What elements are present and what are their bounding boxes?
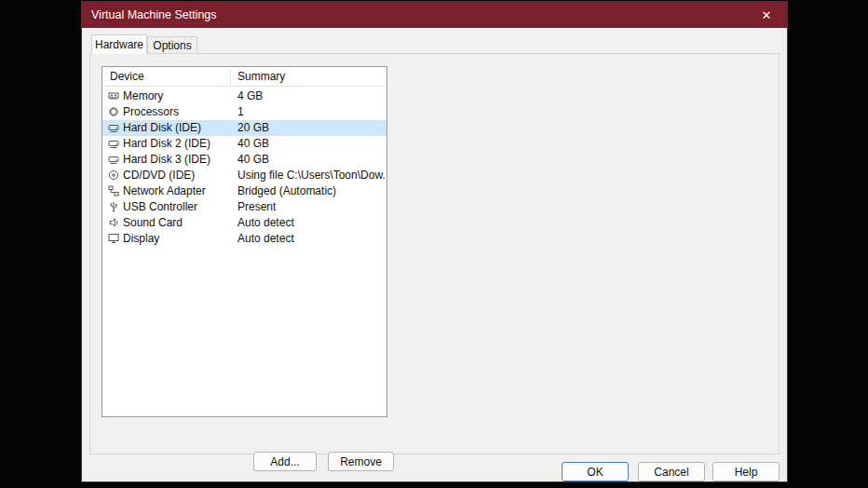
processor-icon xyxy=(108,106,119,117)
hard-disk-icon xyxy=(108,122,119,133)
device-row-network-adapter[interactable]: Network Adapter Bridged (Automatic) xyxy=(102,183,387,199)
ok-button[interactable]: OK xyxy=(562,462,629,481)
sound-card-icon xyxy=(108,217,119,228)
display-icon xyxy=(108,233,119,244)
title-bar[interactable]: Virtual Machine Settings ✕ xyxy=(82,2,787,28)
virtual-machine-settings-dialog: Virtual Machine Settings ✕ Hardware Opti… xyxy=(82,2,787,481)
cancel-button[interactable]: Cancel xyxy=(638,462,705,481)
device-row-hard-disk-1[interactable]: Hard Disk (IDE) 20 GB xyxy=(102,120,387,136)
tab-hardware[interactable]: Hardware xyxy=(91,34,147,54)
device-row-sound-card[interactable]: Sound Card Auto detect xyxy=(102,215,387,231)
dialog-body: Hardware Options Device Summary Memory 4 xyxy=(82,28,787,481)
usb-controller-icon xyxy=(108,201,119,212)
device-row-cd-dvd[interactable]: CD/DVD (IDE) Using file C:\Users\Toon\Do… xyxy=(102,168,387,183)
hard-disk-icon xyxy=(108,138,119,149)
remove-device-button[interactable]: Remove xyxy=(328,452,394,471)
device-row-display[interactable]: Display Auto detect xyxy=(102,231,387,247)
close-button[interactable]: ✕ xyxy=(746,2,787,28)
device-row-hard-disk-3[interactable]: Hard Disk 3 (IDE) 40 GB xyxy=(102,152,387,168)
column-header-device: Device xyxy=(110,70,144,83)
close-icon: ✕ xyxy=(762,8,772,22)
cd-dvd-icon xyxy=(108,169,119,181)
network-adapter-icon xyxy=(108,185,119,197)
hard-disk-icon xyxy=(108,154,119,165)
column-header-summary: Summary xyxy=(237,70,285,83)
tab-page: Device Summary Memory 4 GB Processors xyxy=(89,53,780,454)
device-list: Device Summary Memory 4 GB Processors xyxy=(102,66,387,417)
tab-options[interactable]: Options xyxy=(147,36,197,53)
window-title: Virtual Machine Settings xyxy=(82,8,217,21)
help-button[interactable]: Help xyxy=(712,462,780,481)
memory-icon xyxy=(108,90,119,102)
add-device-button[interactable]: Add... xyxy=(253,452,317,471)
device-list-header: Device Summary xyxy=(102,67,387,87)
device-rows: Memory 4 GB Processors 1 Hard Disk (IDE)… xyxy=(102,88,387,247)
device-row-usb-controller[interactable]: USB Controller Present xyxy=(102,199,387,215)
device-row-processors[interactable]: Processors 1 xyxy=(102,104,387,120)
device-row-memory[interactable]: Memory 4 GB xyxy=(102,88,387,104)
device-row-hard-disk-2[interactable]: Hard Disk 2 (IDE) 40 GB xyxy=(102,136,387,152)
screen-background: Virtual Machine Settings ✕ Hardware Opti… xyxy=(0,0,868,488)
column-divider xyxy=(230,69,231,85)
